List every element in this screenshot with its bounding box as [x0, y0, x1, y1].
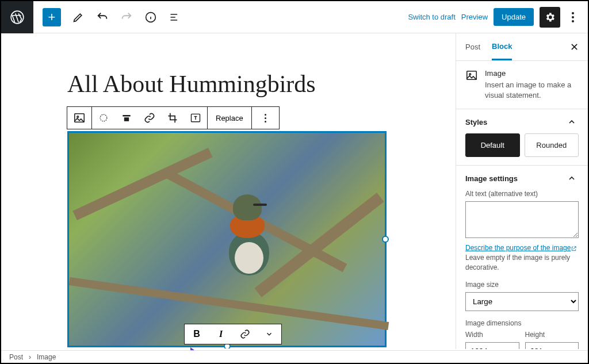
resize-handle-right[interactable] — [382, 236, 389, 243]
crop-icon[interactable] — [161, 112, 184, 124]
image-dim-label: Image dimensions — [465, 319, 579, 327]
wp-logo[interactable] — [1, 1, 33, 33]
switch-to-draft-link[interactable]: Switch to draft — [408, 13, 455, 21]
svg-point-4 — [100, 114, 107, 121]
caption-link-button[interactable] — [233, 324, 257, 344]
width-input[interactable] — [465, 342, 519, 349]
bold-button[interactable]: B — [185, 324, 209, 344]
block-type-desc: Insert an image to make a visual stateme… — [485, 80, 579, 101]
undo-icon[interactable] — [92, 7, 113, 28]
alt-text-help: Describe the purpose of the image Leave … — [465, 243, 579, 272]
image-size-select[interactable]: Large — [465, 292, 579, 311]
svg-point-9 — [469, 74, 471, 75]
tab-block[interactable]: Block — [492, 33, 512, 60]
align-icon[interactable] — [115, 112, 138, 124]
block-type-name: Image — [485, 69, 579, 78]
image-block-type-icon — [465, 69, 478, 101]
chevron-up-icon[interactable] — [565, 117, 579, 127]
alt-text-label: Alt text (alternative text) — [465, 190, 579, 198]
height-label: Height — [525, 331, 579, 339]
image-block[interactable]: B I — [67, 131, 387, 347]
align-none-icon[interactable] — [92, 112, 115, 124]
crumb-current[interactable]: Image — [37, 353, 56, 361]
breadcrumb: Post › Image — [1, 350, 588, 363]
replace-button[interactable]: Replace — [208, 107, 251, 129]
preview-link[interactable]: Preview — [461, 13, 488, 21]
update-button[interactable]: Update — [494, 8, 534, 26]
add-block-button[interactable]: + — [43, 8, 61, 26]
more-options-icon[interactable] — [566, 12, 580, 22]
styles-title: Styles — [465, 118, 487, 127]
chevron-right-icon: › — [29, 353, 31, 361]
link-icon[interactable] — [138, 112, 161, 124]
alt-text-input[interactable] — [465, 201, 579, 238]
image-size-label: Image size — [465, 281, 579, 289]
edit-icon[interactable] — [68, 7, 89, 28]
width-label: Width — [465, 331, 519, 339]
style-rounded[interactable]: Rounded — [525, 133, 579, 157]
image-block-icon[interactable] — [67, 107, 91, 129]
tab-post[interactable]: Post — [465, 33, 480, 60]
settings-button[interactable] — [540, 7, 560, 28]
style-default[interactable]: Default — [465, 133, 520, 157]
outline-icon[interactable] — [165, 7, 185, 28]
height-input[interactable] — [525, 342, 579, 349]
svg-rect-5 — [123, 115, 130, 117]
svg-rect-6 — [124, 117, 129, 121]
italic-button[interactable]: I — [209, 324, 233, 344]
caption-toolbar: B I — [184, 324, 282, 344]
info-icon[interactable] — [140, 7, 161, 28]
block-toolbar: Replace — [67, 106, 280, 129]
redo-icon — [116, 7, 137, 28]
crumb-root[interactable]: Post — [9, 353, 23, 361]
chevron-up-icon-2[interactable] — [565, 174, 579, 183]
hummingbird-image[interactable]: B I — [67, 131, 387, 347]
text-overlay-icon[interactable] — [184, 112, 207, 124]
post-title[interactable]: All About Hummingbirds — [67, 70, 316, 98]
image-settings-title: Image settings — [465, 174, 518, 183]
block-more-icon[interactable] — [252, 107, 279, 129]
close-sidebar-icon[interactable]: ✕ — [570, 41, 579, 53]
svg-point-3 — [77, 116, 79, 118]
caption-more-button[interactable] — [257, 324, 281, 344]
alt-help-link[interactable]: Describe the purpose of the image — [465, 244, 571, 252]
